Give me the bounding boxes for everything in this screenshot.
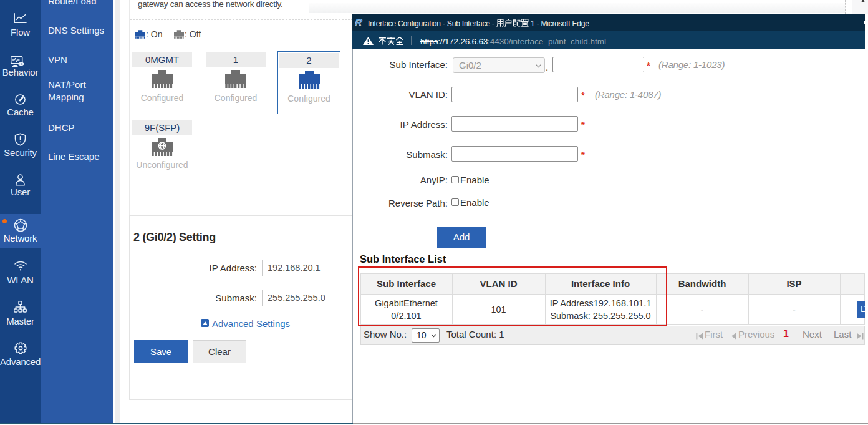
- svg-text:R: R: [355, 17, 364, 27]
